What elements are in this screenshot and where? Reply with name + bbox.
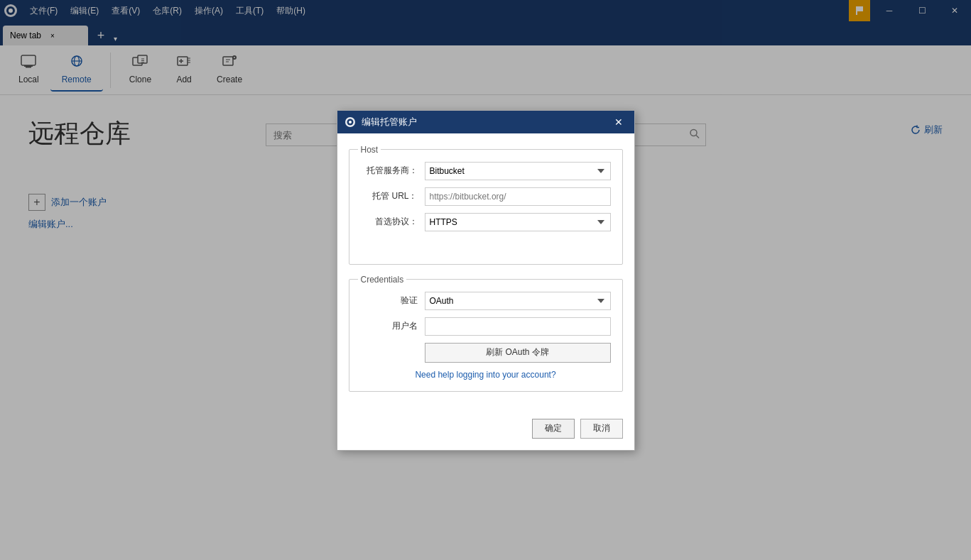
help-link[interactable]: Need help logging into your account? xyxy=(361,370,611,380)
credentials-fieldset: Credentials 验证 OAuth Basic 用户名 刷新 OAuth … xyxy=(349,275,623,392)
modal-header-left: 编辑托管账户 xyxy=(345,116,417,128)
credentials-legend: Credentials xyxy=(358,275,407,285)
cancel-button[interactable]: 取消 xyxy=(580,419,623,439)
url-input[interactable] xyxy=(425,187,611,206)
modal-footer: 确定 取消 xyxy=(337,413,634,450)
url-row: 托管 URL： xyxy=(361,187,611,206)
hosting-select[interactable]: Bitbucket GitHub GitLab xyxy=(425,162,611,180)
edit-account-modal: 编辑托管账户 ✕ Host 托管服务商： Bitbucket GitHub Gi… xyxy=(337,110,635,451)
modal-close-button[interactable]: ✕ xyxy=(610,114,627,131)
auth-label: 验证 xyxy=(361,295,425,307)
hosting-row: 托管服务商： Bitbucket GitHub GitLab xyxy=(361,162,611,180)
username-row: 用户名 xyxy=(361,317,611,336)
username-label: 用户名 xyxy=(361,320,425,332)
ok-button[interactable]: 确定 xyxy=(532,419,575,439)
protocol-select[interactable]: HTTPS SSH xyxy=(425,213,611,231)
refresh-token-row: 刷新 OAuth 令牌 xyxy=(361,343,611,363)
modal-title: 编辑托管账户 xyxy=(362,116,417,128)
modal-header: 编辑托管账户 ✕ xyxy=(337,111,634,133)
svg-point-19 xyxy=(349,121,352,123)
modal-overlay: 编辑托管账户 ✕ Host 托管服务商： Bitbucket GitHub Gi… xyxy=(0,0,971,560)
auth-row: 验证 OAuth Basic xyxy=(361,292,611,310)
modal-body: Host 托管服务商： Bitbucket GitHub GitLab 托管 U… xyxy=(337,133,634,413)
username-input[interactable] xyxy=(425,317,611,336)
protocol-row: 首选协议： HTTPS SSH xyxy=(361,213,611,231)
auth-select[interactable]: OAuth Basic xyxy=(425,292,611,310)
refresh-token-button[interactable]: 刷新 OAuth 令牌 xyxy=(425,343,611,363)
protocol-label: 首选协议： xyxy=(361,216,425,228)
host-legend: Host xyxy=(358,145,381,155)
hosting-label: 托管服务商： xyxy=(361,165,425,177)
host-fieldset: Host 托管服务商： Bitbucket GitHub GitLab 托管 U… xyxy=(349,145,623,265)
modal-logo-icon xyxy=(345,116,356,128)
url-label: 托管 URL： xyxy=(361,190,425,202)
